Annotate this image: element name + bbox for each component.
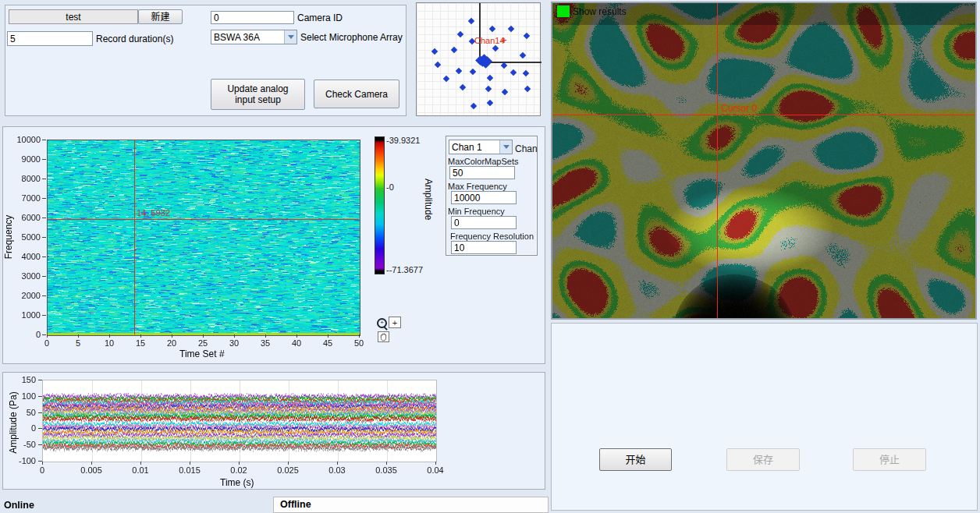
waveform-plot[interactable] xyxy=(42,380,437,462)
axis-tick xyxy=(47,334,48,338)
waveform-ylabel: Amplitude (Pa) xyxy=(8,376,19,469)
actions-panel: 开始 保存 停止 xyxy=(551,323,978,511)
axis-tick xyxy=(38,396,42,397)
axis-tick: 0 xyxy=(30,465,55,475)
analysis-controls-box: Chan 1 Chan MaxColorMapSets Max Frequenc… xyxy=(446,136,538,256)
axis-tick: 7000 xyxy=(11,193,41,203)
config-panel: test 新建 Record duration(s) Camera ID BSW… xyxy=(5,5,407,116)
save-button[interactable]: 保存 xyxy=(726,448,800,471)
min-frequency-input[interactable] xyxy=(451,216,517,229)
axis-tick xyxy=(140,462,141,465)
mic-plot-y-axis xyxy=(479,3,481,62)
axis-tick xyxy=(42,140,46,140)
zoom-tool-icon[interactable]: + xyxy=(377,318,387,328)
project-name-field[interactable]: test xyxy=(9,9,138,24)
online-status-label: Online xyxy=(4,500,34,511)
axis-tick xyxy=(42,179,46,179)
cursor-tool-icon[interactable]: + xyxy=(389,317,401,328)
frequency-resolution-label: Frequency Resolution xyxy=(450,232,534,241)
axis-tick: 0.035 xyxy=(374,465,399,475)
axis-tick xyxy=(359,334,360,338)
mic-point xyxy=(451,47,457,53)
max-frequency-label: Max Frequency xyxy=(448,182,507,191)
show-results-checkbox[interactable] xyxy=(557,5,570,17)
axis-tick: 50 xyxy=(353,338,365,348)
mic-point xyxy=(524,86,531,92)
mic-point xyxy=(510,69,517,76)
camera-view[interactable]: Show results Cursor 0 xyxy=(551,2,977,320)
channel-label: Chan xyxy=(515,143,538,154)
camera-cursor-vline[interactable] xyxy=(717,3,718,318)
frequency-resolution-input[interactable] xyxy=(451,241,517,254)
max-colormap-input[interactable] xyxy=(449,166,515,179)
spectrogram-panel: 0100020003000400050006000700080009000100… xyxy=(2,126,545,364)
axis-tick: 10000 xyxy=(11,135,41,144)
axis-tick: 2000 xyxy=(11,291,41,300)
hand-icon xyxy=(379,333,388,341)
axis-tick xyxy=(42,218,46,218)
camera-id-input[interactable] xyxy=(211,11,294,24)
axis-tick: 0.03 xyxy=(325,465,350,475)
start-button[interactable]: 开始 xyxy=(599,448,672,471)
stop-button[interactable]: 停止 xyxy=(853,448,926,471)
max-frequency-input[interactable] xyxy=(451,191,517,204)
camera-id-label: Camera ID xyxy=(297,12,343,23)
axis-tick xyxy=(435,462,436,465)
axis-tick xyxy=(190,462,190,465)
update-analog-input-button[interactable]: Update analog input setup xyxy=(211,79,305,110)
record-duration-input[interactable] xyxy=(7,31,93,46)
camera-cursor-label: Cursor 0 xyxy=(721,103,757,114)
mic-array-plot[interactable]: + Chan14 xyxy=(416,2,541,116)
axis-tick: 30 xyxy=(228,338,240,348)
camera-cursor-hline[interactable] xyxy=(552,115,975,115)
mic-point xyxy=(468,18,474,24)
axis-tick xyxy=(78,334,79,338)
offline-status-box: Offline xyxy=(273,497,549,513)
chevron-down-icon[interactable] xyxy=(284,30,296,44)
mic-array-value: BSWA 36A xyxy=(214,32,260,43)
mic-point xyxy=(520,52,526,58)
mic-point xyxy=(457,31,463,37)
channel-dropdown[interactable]: Chan 1 xyxy=(449,140,513,154)
spectrogram-cursor-vline[interactable] xyxy=(134,140,135,334)
axis-tick: 45 xyxy=(321,338,334,348)
min-frequency-label: Min Frequency xyxy=(448,207,505,216)
axis-tick xyxy=(42,462,43,465)
axis-tick: 5000 xyxy=(11,232,41,242)
axis-tick xyxy=(42,198,46,199)
max-colormap-label: MaxColorMapSets xyxy=(448,157,518,166)
spectrogram-cursor-hline[interactable] xyxy=(47,219,359,220)
axis-tick: 10 xyxy=(103,338,115,348)
mic-point xyxy=(523,70,529,76)
axis-tick: 9000 xyxy=(11,154,41,164)
spectrogram-plot[interactable] xyxy=(47,140,360,336)
axis-tick xyxy=(172,334,172,338)
mic-point xyxy=(489,26,495,32)
show-results-label: Show results xyxy=(573,6,627,17)
spectrogram-ylabel: Frequency xyxy=(3,206,14,268)
axis-tick xyxy=(38,412,42,413)
color-scale-max: -39.9321 xyxy=(386,136,420,145)
chevron-down-icon[interactable] xyxy=(499,140,512,154)
axis-tick xyxy=(42,295,46,296)
axis-tick xyxy=(140,334,141,338)
mic-array-dropdown[interactable]: BSWA 36A xyxy=(211,30,297,44)
waveform-panel: -100-50050100150 00.0050.010.0150.020.02… xyxy=(2,372,545,490)
acoustic-camera-app: test 新建 Record duration(s) Camera ID BSW… xyxy=(0,0,980,513)
offline-status-label: Offline xyxy=(280,499,311,510)
axis-tick: 0.015 xyxy=(177,465,202,475)
axis-tick xyxy=(296,334,297,338)
mic-point xyxy=(456,68,462,74)
mic-point xyxy=(435,62,441,68)
acoustic-map-image[interactable] xyxy=(552,3,975,318)
mic-point xyxy=(508,26,514,32)
mic-point xyxy=(470,69,476,75)
axis-tick xyxy=(239,462,240,465)
pan-tool-icon[interactable] xyxy=(378,331,389,342)
axis-tick xyxy=(42,334,46,335)
mic-point xyxy=(492,45,499,51)
axis-tick xyxy=(42,256,46,257)
axis-tick xyxy=(91,462,92,465)
check-camera-button[interactable]: Check Camera xyxy=(314,80,399,108)
new-project-button[interactable]: 新建 xyxy=(138,9,183,24)
